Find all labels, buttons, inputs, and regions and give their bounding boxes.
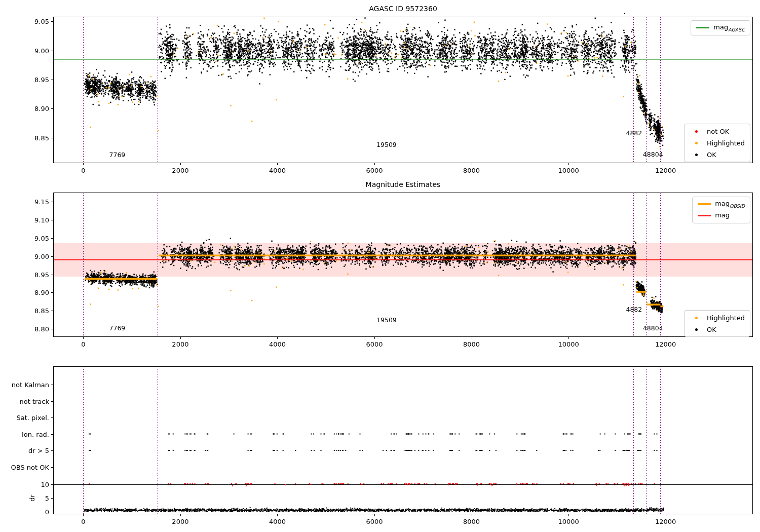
legend-row-mag-obsid: magOBSID	[698, 200, 745, 209]
legend-label-mag-obsid: magOBSID	[715, 200, 745, 209]
x-tick-label: 12000	[655, 340, 676, 348]
flag-row-label: Ion. rad.	[22, 430, 49, 438]
x-tick-label: 2000	[172, 518, 188, 525]
legend-row-not-ok: not OK	[690, 127, 745, 136]
obsid-annotation: 7769	[109, 150, 126, 158]
flag-row-label: not Kalman	[12, 381, 49, 389]
orange-dot-swatch	[695, 142, 698, 144]
legend-row-ok: OK	[690, 150, 745, 159]
legend-handle	[690, 142, 703, 144]
x-tick-label: 8000	[463, 518, 480, 525]
legend-row-ok: OK	[690, 325, 745, 334]
x-tick-label: 12000	[655, 167, 676, 174]
legend-handle	[690, 317, 703, 319]
flag-row-label: dr > 5	[28, 447, 49, 454]
legend-label-mag: mag	[715, 211, 730, 220]
x-tick-label: 8000	[463, 340, 480, 348]
legend-label-highlighted: Highlighted	[707, 139, 745, 147]
legend-label-text: mag	[715, 200, 730, 207]
obsid-annotation: 48804	[643, 150, 663, 158]
y-tick-label: 8.85	[34, 134, 49, 141]
legend-handle	[690, 154, 703, 156]
legend-mag-agasc: magAGASC	[691, 20, 750, 35]
legend-label-ok: OK	[707, 151, 716, 159]
x-tick-label: 6000	[366, 518, 383, 525]
x-tick-label: 6000	[366, 167, 383, 174]
black-dot-swatch	[695, 328, 698, 331]
legend-label-text: mag	[713, 23, 728, 31]
dr-axis-label: dr	[28, 495, 36, 502]
y-tick-label: 9.15	[34, 198, 49, 205]
dr-tick-label: 10	[41, 480, 49, 488]
flag-row-label: OBS not OK	[11, 463, 50, 471]
x-tick-label: 4000	[269, 167, 286, 174]
legend-markers-middle: Highlighted OK	[684, 310, 750, 337]
x-tick-label: 4000	[269, 518, 286, 525]
legend-row-highlighted: Highlighted	[690, 138, 745, 147]
x-tick-label: 12000	[655, 518, 676, 525]
legend-row-mag-agasc: magAGASC	[696, 23, 745, 32]
legend-label-ok: OK	[707, 326, 716, 333]
black-dot-swatch	[695, 154, 698, 156]
legend-handle	[698, 215, 711, 216]
x-tick-label: 8000	[463, 167, 480, 174]
red-dot-swatch	[695, 130, 698, 133]
y-tick-label: 8.90	[34, 105, 49, 112]
x-tick-label: 0	[81, 167, 85, 174]
obsid-annotation: 48804	[643, 324, 663, 332]
y-tick-label: 8.80	[34, 325, 49, 333]
flag-row-label: Sat. pixel.	[17, 414, 49, 422]
obsid-annotation: 19509	[376, 141, 397, 148]
obsid-annotation: 4882	[626, 129, 642, 137]
legend-handle	[690, 130, 703, 133]
legend-label-not-ok: not OK	[707, 128, 729, 135]
x-tick-label: 10000	[558, 518, 579, 525]
legend-label-subscript: AGASC	[728, 27, 745, 32]
legend-label-text: mag	[715, 211, 730, 219]
orange-line-swatch	[698, 203, 711, 205]
dr-tick-label: 0	[45, 508, 49, 515]
x-tick-label: 6000	[366, 340, 383, 348]
y-tick-label: 9.00	[34, 252, 49, 260]
y-tick-label: 9.05	[34, 234, 49, 242]
legend-handle	[696, 27, 709, 28]
chart2-title: Magnitude Estimates	[53, 180, 753, 188]
figure: AGASC ID 9572360 Magnitude Estimates mag…	[0, 0, 760, 532]
orange-dot-swatch	[695, 317, 698, 319]
chart1-title: AGASC ID 9572360	[53, 5, 753, 13]
flag-row-label: not track	[19, 397, 49, 405]
y-tick-label: 9.05	[34, 18, 49, 25]
y-tick-label: 8.85	[34, 307, 49, 315]
y-tick-label: 8.95	[34, 271, 49, 278]
x-tick-label: 0	[81, 518, 85, 525]
x-tick-label: 0	[81, 340, 85, 348]
y-tick-label: 9.00	[34, 47, 49, 54]
legend-mag-lines: magOBSID mag	[692, 197, 750, 223]
obsid-annotation: 19509	[376, 316, 397, 324]
green-line-swatch	[696, 27, 709, 28]
y-tick-label: 8.95	[34, 75, 49, 83]
x-tick-label: 10000	[558, 340, 579, 348]
legend-row-mag: mag	[698, 211, 745, 220]
y-tick-label: 9.10	[34, 216, 49, 223]
legend-label-highlighted: Highlighted	[707, 314, 745, 322]
x-tick-label: 4000	[269, 340, 286, 348]
figure-canvas	[0, 0, 760, 532]
legend-row-highlighted: Highlighted	[690, 313, 745, 322]
legend-markers-top: not OK Highlighted OK	[684, 124, 750, 162]
legend-handle	[690, 328, 703, 331]
legend-label-mag-agasc: magAGASC	[713, 23, 745, 32]
y-tick-label: 8.90	[34, 289, 49, 296]
x-tick-label: 10000	[558, 167, 579, 174]
obsid-annotation: 7769	[109, 324, 126, 332]
obsid-annotation: 4882	[626, 306, 642, 313]
x-tick-label: 2000	[172, 167, 188, 174]
legend-label-subscript: OBSID	[730, 203, 745, 209]
legend-handle	[698, 203, 711, 205]
x-tick-label: 2000	[172, 340, 188, 348]
red-line-swatch	[698, 215, 711, 216]
dr-tick-label: 5	[45, 494, 49, 502]
